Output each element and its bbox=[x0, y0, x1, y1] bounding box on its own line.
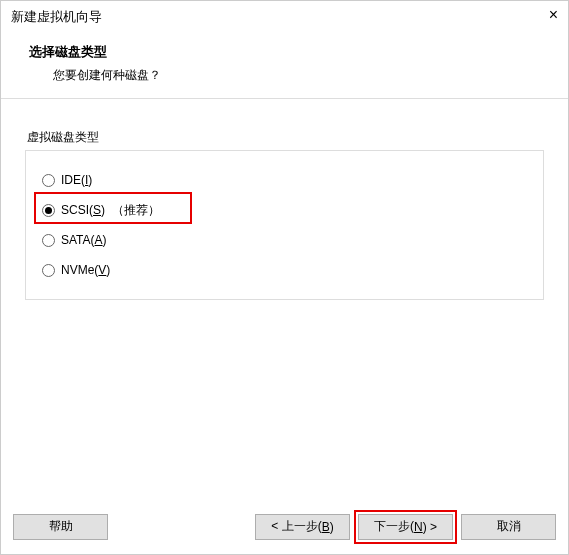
radio-nvme[interactable]: NVMe(V) bbox=[42, 255, 527, 285]
help-button[interactable]: 帮助 bbox=[13, 514, 108, 540]
radio-ide[interactable]: IDE(I) bbox=[42, 165, 527, 195]
radio-label-nvme: NVMe(V) bbox=[61, 263, 110, 277]
back-button[interactable]: < 上一步(B) bbox=[255, 514, 350, 540]
content-area: 虚拟磁盘类型 IDE(I) SCSI(S) （推荐） SATA(A) bbox=[1, 99, 568, 506]
radio-icon bbox=[42, 204, 55, 217]
radio-scsi[interactable]: SCSI(S) （推荐） bbox=[42, 195, 527, 225]
window-title: 新建虚拟机向导 bbox=[11, 8, 102, 26]
radio-sata[interactable]: SATA(A) bbox=[42, 225, 527, 255]
page-title: 选择磁盘类型 bbox=[29, 43, 540, 61]
disk-type-group: IDE(I) SCSI(S) （推荐） SATA(A) NVMe(V) bbox=[25, 150, 544, 300]
radio-label-ide: IDE(I) bbox=[61, 173, 92, 187]
next-button[interactable]: 下一步(N) > bbox=[358, 514, 453, 540]
titlebar: 新建虚拟机向导 × bbox=[1, 1, 568, 33]
radio-icon bbox=[42, 174, 55, 187]
wizard-header: 选择磁盘类型 您要创建何种磁盘？ bbox=[1, 33, 568, 98]
radio-label-scsi: SCSI(S) （推荐） bbox=[61, 202, 160, 219]
button-bar: 帮助 < 上一步(B) 下一步(N) > 取消 bbox=[1, 506, 568, 554]
fieldset-label: 虚拟磁盘类型 bbox=[25, 129, 544, 146]
page-subtitle: 您要创建何种磁盘？ bbox=[29, 67, 540, 84]
radio-icon bbox=[42, 234, 55, 247]
radio-icon bbox=[42, 264, 55, 277]
cancel-button[interactable]: 取消 bbox=[461, 514, 556, 540]
radio-label-sata: SATA(A) bbox=[61, 233, 107, 247]
close-icon[interactable]: × bbox=[549, 7, 558, 23]
